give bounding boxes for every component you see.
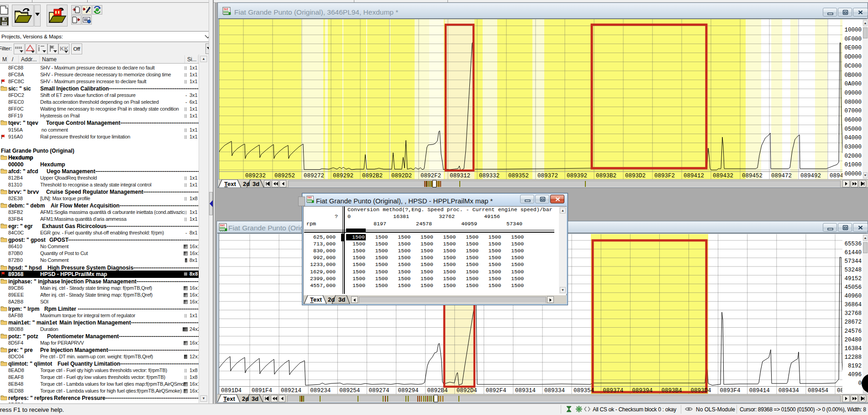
svg-text:0892B4: 0892B4 [427,388,448,394]
svg-text:08: 08 [837,388,842,394]
svg-text:Text: Text [223,395,235,402]
svg-text:I0I: I0I [220,224,225,227]
svg-text:089312: 089312 [450,173,470,179]
svg-text:0892F4: 0892F4 [486,388,506,394]
svg-text:089294: 089294 [398,388,419,394]
svg-text:089334: 089334 [544,388,565,394]
svg-text:0893D4: 0893D4 [691,388,711,394]
svg-text:0892D4: 0892D4 [457,388,477,394]
svg-text:Text: Text [310,296,322,303]
svg-text:0893D2: 0893D2 [625,173,646,179]
svg-text:089274: 089274 [368,388,389,394]
svg-text:089374: 089374 [603,388,623,394]
svg-text:I0I: I0I [307,197,312,199]
svg-text:0893F2: 0893F2 [654,173,675,179]
svg-text:089332: 089332 [479,173,500,179]
svg-text:3d: 3d [252,395,258,402]
svg-text:0892B2: 0892B2 [362,173,383,179]
svg-text:2d: 2d [242,395,249,402]
svg-text:089234: 089234 [310,388,331,394]
svg-text:3d: 3d [253,181,259,187]
svg-text:0891D4: 0891D4 [221,388,242,394]
svg-text:089492: 089492 [800,173,821,179]
svg-text:089254: 089254 [339,388,360,394]
svg-text:089472: 089472 [771,173,792,179]
svg-text:089352: 089352 [508,173,529,179]
svg-text:089434: 089434 [779,388,799,394]
svg-text:089452: 089452 [742,173,763,179]
svg-text:Text: Text [224,181,236,187]
svg-text:089314: 089314 [515,388,536,394]
svg-text:0893F4: 0893F4 [720,388,741,394]
svg-text:0893B4: 0893B4 [661,388,682,394]
svg-text:089412: 089412 [684,173,704,179]
svg-text:0892D2: 0892D2 [391,173,412,179]
svg-text:2d: 2d [243,181,250,187]
svg-text:2d: 2d [328,296,335,303]
svg-text:089252: 089252 [274,173,295,179]
svg-text:089214: 089214 [281,388,301,394]
svg-text:0893B2: 0893B2 [596,173,616,179]
svg-text:089354: 089354 [573,388,594,394]
svg-text:089372: 089372 [537,173,558,179]
svg-text:089272: 089272 [304,173,324,179]
svg-text:089232: 089232 [245,173,266,179]
svg-text:089394: 089394 [632,388,652,394]
svg-text:089292: 089292 [333,173,353,179]
svg-text:0891F4: 0891F4 [252,388,272,394]
svg-text:089454: 089454 [808,388,828,394]
svg-text:089414: 089414 [749,388,770,394]
svg-text:089392: 089392 [567,173,587,179]
svg-text:3d: 3d [338,296,345,303]
svg-text:0892F2: 0892F2 [421,173,441,179]
svg-text:089432: 089432 [713,173,733,179]
svg-text:0894: 0894 [830,173,842,179]
svg-text:I0I: I0I [224,8,229,11]
